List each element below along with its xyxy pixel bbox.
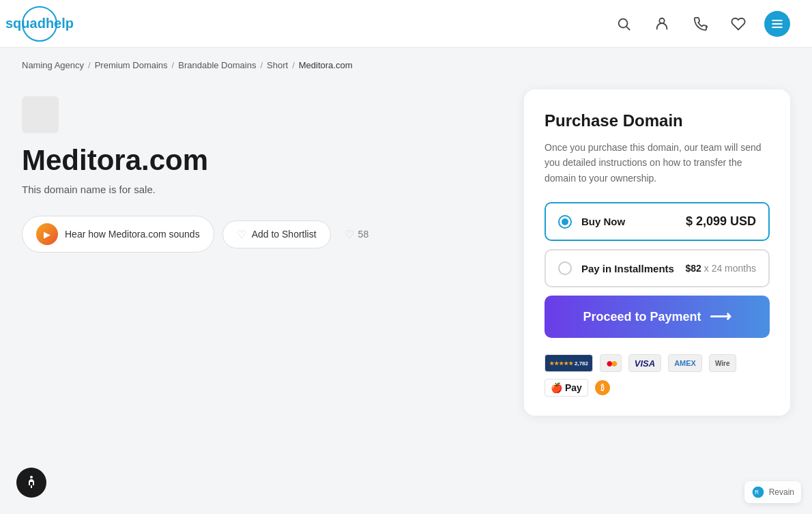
svg-line-1	[626, 27, 630, 30]
likes-number: 58	[358, 229, 369, 240]
installments-radio	[558, 261, 572, 275]
breadcrumb-naming-agency[interactable]: Naming Agency	[22, 60, 84, 70]
apple-pay-icon: 🍎 Pay	[545, 379, 588, 397]
buy-now-label: Buy Now	[581, 216, 676, 227]
accessibility-button[interactable]	[16, 468, 46, 498]
shortlist-heart-icon: ♡	[237, 228, 246, 241]
purchase-title: Purchase Domain	[545, 111, 770, 130]
play-icon: ▶	[36, 223, 58, 245]
installments-option[interactable]: Pay in Installments $82 x 24 months	[545, 249, 770, 287]
menu-icon[interactable]	[764, 11, 790, 37]
hear-button-label: Hear how Meditora.com sounds	[65, 229, 200, 240]
bitcoin-icon: ₿	[595, 380, 610, 395]
arrow-icon: ⟶	[710, 308, 731, 326]
logo-text: squadhelp	[5, 16, 74, 31]
breadcrumb-premium-domains[interactable]: Premium Domains	[95, 60, 168, 70]
action-buttons: ▶ Hear how Meditora.com sounds ♡ Add to …	[22, 216, 497, 253]
visa-icon: VISA	[628, 354, 661, 372]
amex-icon: AMEX	[668, 354, 702, 372]
hear-domain-button[interactable]: ▶ Hear how Meditora.com sounds	[22, 216, 214, 253]
user-icon[interactable]	[650, 12, 674, 36]
likes-count: ♡ 58	[339, 221, 375, 248]
svg-text:R: R	[755, 489, 759, 496]
svg-point-0	[619, 18, 628, 27]
breadcrumb-sep-3: /	[260, 60, 263, 70]
breadcrumb-current: Meditora.com	[299, 60, 353, 70]
svg-point-6	[30, 476, 33, 479]
revain-label: Revain	[769, 487, 794, 497]
revain-badge: R Revain	[744, 481, 801, 503]
main-content: Meditora.com This domain name is for sal…	[0, 83, 812, 443]
add-to-shortlist-button[interactable]: ♡ Add to Shortlist	[222, 220, 331, 248]
buy-now-price: $ 2,099 USD	[686, 214, 756, 229]
phone-icon[interactable]	[688, 12, 712, 36]
header: squadhelp	[0, 0, 812, 48]
installments-label: Pay in Installments	[581, 263, 676, 274]
verified-icon: ★★★★★ 2,782	[545, 354, 593, 372]
domain-icon	[22, 96, 59, 133]
heart-icon[interactable]	[726, 12, 751, 36]
header-icons	[611, 11, 790, 37]
breadcrumb-brandable-domains[interactable]: Brandable Domains	[178, 60, 256, 70]
purchase-card: Purchase Domain Once you purchase this d…	[524, 89, 790, 416]
left-panel: Meditora.com This domain name is for sal…	[22, 83, 497, 416]
domain-title: Meditora.com	[22, 144, 497, 177]
proceed-to-payment-button[interactable]: Proceed to Payment ⟶	[545, 296, 770, 338]
breadcrumb: Naming Agency / Premium Domains / Branda…	[0, 48, 812, 83]
domain-subtitle: This domain name is for sale.	[22, 184, 497, 195]
buy-now-radio	[558, 215, 572, 229]
purchase-description: Once you purchase this domain, our team …	[545, 140, 770, 186]
proceed-button-label: Proceed to Payment	[583, 310, 701, 324]
shortlist-button-label: Add to Shortlist	[252, 229, 317, 240]
search-icon[interactable]	[611, 12, 636, 36]
likes-heart-icon: ♡	[345, 228, 354, 241]
svg-point-2	[659, 18, 664, 23]
logo[interactable]: squadhelp	[22, 6, 57, 42]
payment-icons: ★★★★★ 2,782 ●● VISA AMEX Wire 🍎 Pay ₿	[545, 354, 770, 397]
breadcrumb-short[interactable]: Short	[267, 60, 288, 70]
breadcrumb-sep-1: /	[88, 60, 91, 70]
breadcrumb-sep-4: /	[292, 60, 295, 70]
buy-now-option[interactable]: Buy Now $ 2,099 USD	[545, 202, 770, 241]
breadcrumb-sep-2: /	[172, 60, 175, 70]
mastercard-icon: ●●	[600, 354, 622, 372]
right-panel: Purchase Domain Once you purchase this d…	[524, 89, 790, 416]
installments-price: $82 x 24 months	[685, 263, 756, 274]
wire-icon: Wire	[709, 354, 736, 372]
